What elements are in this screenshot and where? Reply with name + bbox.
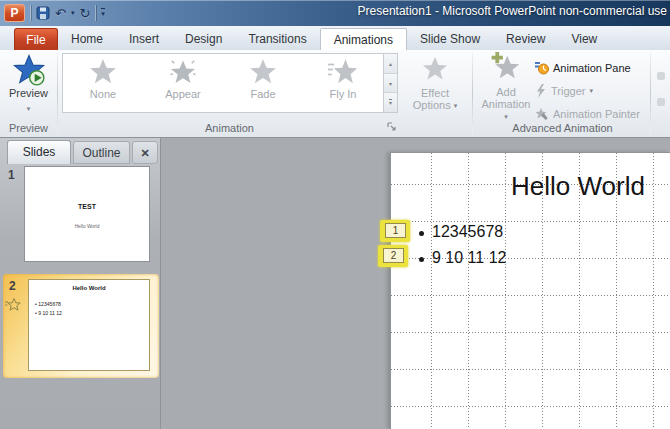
animation-gallery: None Appear Fade [62,53,384,113]
effect-options-button[interactable]: Effect Options ▾ [403,50,467,137]
powerpoint-window: P ↶ ▾ ↻ ▾ Presentation1 - Microsoft Powe… [0,0,670,429]
tab-design[interactable]: Design [172,28,235,50]
dropdown-arrow-icon: ▾ [589,87,593,95]
group-advanced-animation: Add Animation ▾ Animation Pane [475,50,650,137]
tab-transitions[interactable]: Transitions [235,28,319,50]
trigger-button[interactable]: Trigger ▾ [535,81,593,100]
slide-2-thumb-title: Hello World [29,285,149,291]
slides-panel: Slides Outline ✕ 1 TEST Hello World 2 He… [0,138,161,429]
preview-button[interactable]: Preview ▾ [6,53,51,115]
grid-line-horizontal [391,221,670,222]
dropdown-arrow-icon: ▾ [504,113,508,120]
close-panel-button[interactable]: ✕ [132,141,158,164]
redo-icon[interactable]: ↻ [79,7,90,20]
undo-dropdown-icon[interactable]: ▾ [71,9,75,17]
grid-line-vertical [653,153,654,429]
quick-access-toolbar: P ↶ ▾ ↻ ▾ [4,2,105,24]
clipped-ribbon-item [657,98,665,106]
gallery-item-label: None [90,88,116,100]
tab-review[interactable]: Review [493,28,558,50]
powerpoint-logo-icon[interactable]: P [4,4,25,22]
slide-1-thumb-title: TEST [25,203,149,210]
play-animations-indicator-icon[interactable] [5,297,21,313]
slide-2-thumb-bullet: • 12345678 [35,302,61,307]
effect-options-label2: Options ▾ [403,99,467,112]
star-icon [248,57,278,87]
gallery-more-button[interactable]: ▾ [384,93,397,112]
trigger-label: Trigger [551,85,585,97]
tab-outline[interactable]: Outline [73,141,130,164]
grid-line-horizontal [391,369,670,370]
tab-slides[interactable]: Slides [7,140,71,164]
undo-icon[interactable]: ↶ [55,7,66,20]
divider [472,53,473,134]
dropdown-arrow-icon: ▾ [454,102,458,109]
title-bar: P ↶ ▾ ↻ ▾ Presentation1 - Microsoft Powe… [0,0,670,26]
gallery-scroll-up-button[interactable]: ▴ [384,54,397,74]
add-animation-label: Add [479,86,533,98]
animation-pane-icon [535,61,549,75]
bullet-text[interactable]: 12345678 [432,223,503,241]
slides-panel-tabs: Slides Outline ✕ [0,140,160,164]
star-motion-icon [328,57,358,87]
gallery-item-label: Fade [250,88,275,100]
grid-line-vertical [468,153,469,429]
slide-2-thumbnail[interactable]: Hello World • 12345678 • 9 10 11 12 [28,279,150,371]
grid-line-horizontal [391,332,670,333]
animation-painter-label: Animation Painter [553,108,640,120]
tab-animations[interactable]: Animations [320,28,407,50]
gallery-item-appear[interactable]: Appear [143,54,223,112]
dropdown-arrow-icon: ▾ [27,105,31,112]
ribbon-tab-row: File Home Insert Design Transitions Anim… [0,26,670,50]
slide-canvas[interactable]: Hello World 1 12345678 2 9 10 11 12 [390,152,670,429]
ribbon-animations: Preview ▾ Preview None [0,50,670,138]
group-label-advanced-animation: Advanced Animation [475,122,650,134]
tab-slide-show[interactable]: Slide Show [407,28,493,50]
group-label-preview: Preview [0,122,57,134]
grid-line-horizontal [391,406,670,407]
slide-1-thumb-subtitle: Hello World [37,224,136,229]
bullet-text[interactable]: 9 10 11 12 [432,249,506,267]
tab-insert[interactable]: Insert [116,28,172,50]
preview-button-label: Preview [6,87,51,99]
tab-home[interactable]: Home [58,28,116,50]
gallery-item-label: Fly In [330,88,357,100]
group-label-animation: Animation [57,122,402,134]
divider [30,5,31,21]
slide-title-text[interactable]: Hello World [503,171,653,202]
trigger-lightning-icon [535,84,547,98]
gallery-scrollbar: ▴ ▾ ▾ [384,53,398,113]
animation-painter-button[interactable]: Animation Painter [535,104,640,123]
gallery-item-fade[interactable]: Fade [223,54,303,112]
animation-pane-button[interactable]: Animation Pane [535,58,631,77]
clipped-ribbon-item [657,72,665,80]
add-animation-button[interactable]: Add Animation ▾ [479,52,533,123]
grid-line-vertical [431,153,432,429]
slide-2-number: 2 [9,279,16,293]
divider [650,53,651,134]
animation-painter-icon [535,107,549,121]
grid-line-horizontal [391,295,670,296]
star-icon [421,55,449,83]
tab-file[interactable]: File [14,28,58,50]
slide-2-selected-highlight: 2 Hello World • 12345678 • 9 10 11 12 [3,274,159,378]
customize-quick-access-icon[interactable]: ▾ [101,8,105,18]
slide-2-thumb-bullet: • 9 10 11 12 [35,311,62,316]
gallery-item-none[interactable]: None [63,54,143,112]
bullet-dot [419,231,424,236]
add-animation-label2: Animation ▾ [479,98,533,123]
preview-star-play-icon [12,53,46,87]
tab-view[interactable]: View [558,28,610,50]
ribbon-tabs: Home Insert Design Transitions Animation… [58,28,610,50]
save-icon[interactable] [36,6,50,20]
animation-tag-1[interactable]: 1 [385,223,406,238]
gallery-scroll-down-button[interactable]: ▾ [384,74,397,94]
animation-pane-label: Animation Pane [553,62,631,74]
gallery-item-fly-in[interactable]: Fly In [303,54,383,112]
star-icon [88,57,118,87]
window-title: Presentation1 - Microsoft PowerPoint non… [358,4,667,18]
slide-1-thumbnail[interactable]: TEST Hello World [24,166,150,262]
star-plus-icon [491,52,521,82]
star-sparks-icon [168,57,198,87]
animation-tag-2[interactable]: 2 [383,248,404,263]
